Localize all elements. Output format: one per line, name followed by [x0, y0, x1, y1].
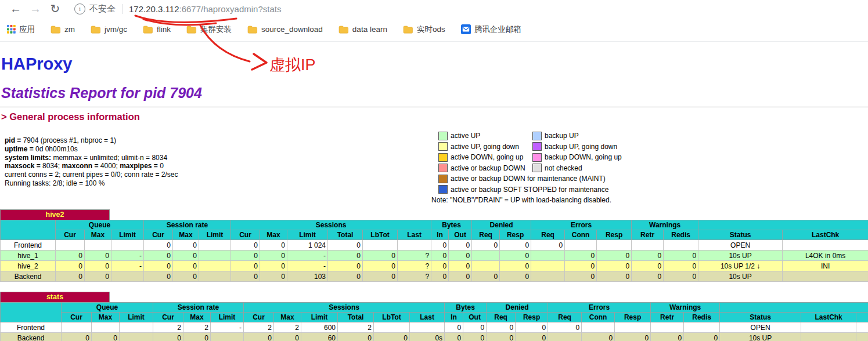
- divider: [0, 107, 868, 107]
- folder-icon: [51, 26, 61, 34]
- table-cell: [211, 333, 244, 341]
- legend-label: active or backup DOWN for maintenance (M…: [451, 175, 606, 183]
- table-cell: [531, 271, 565, 282]
- bookmark-item[interactable]: 应用: [7, 24, 35, 35]
- column-header: Limit: [287, 230, 328, 240]
- table-row-backend: Backend00000010300?0000000010s UP: [1, 271, 868, 282]
- bookmark-label: data learn: [352, 25, 387, 34]
- forward-icon[interactable]: →: [26, 2, 45, 16]
- table-cell: 0: [231, 240, 260, 251]
- table-cell: 0: [651, 333, 684, 341]
- group-header: Errors: [531, 220, 632, 230]
- table-cell: -: [287, 261, 328, 271]
- table-cell: [92, 322, 120, 333]
- bookmark-item[interactable]: jvm/gc: [91, 25, 127, 34]
- legend-row: active or backup SOFT STOPPED for mainte…: [431, 184, 622, 195]
- bookmark-label: flink: [157, 25, 171, 34]
- table-cell: 0: [582, 333, 615, 341]
- stats-table-stats: QueueSession rateSessionsBytesDeniedErro…: [0, 302, 868, 341]
- table-cell: [548, 333, 582, 341]
- table-cell: [199, 271, 231, 282]
- table-cell: 0: [548, 322, 582, 333]
- section-title: > General process information: [1, 111, 868, 122]
- table-cell: 0: [56, 261, 85, 271]
- row-name: Frontend: [1, 322, 62, 333]
- table-cell: [111, 271, 144, 282]
- table-cell: [374, 322, 410, 333]
- url-path: :6677/haproxyadmin?stats: [179, 4, 281, 14]
- back-icon[interactable]: ←: [6, 2, 26, 16]
- bookmark-item[interactable]: source_download: [247, 25, 323, 34]
- table-cell: 103: [287, 271, 328, 282]
- table-cell: 0: [183, 333, 211, 341]
- refresh-icon[interactable]: ↻: [45, 2, 65, 16]
- bookmark-item[interactable]: flink: [143, 25, 171, 34]
- column-header: Cur: [62, 313, 92, 322]
- process-info-line: Running tasks: 2/8; idle = 100 %: [5, 179, 431, 188]
- table-cell: 0: [615, 333, 651, 341]
- column-header: Total: [328, 230, 363, 240]
- proxy-section-hive2: hive2QueueSession rateSessionsBytesDenie…: [0, 209, 868, 282]
- legend-row: active UP, going downbackup UP, going do…: [431, 142, 622, 153]
- column-header: Max: [260, 230, 287, 240]
- table-cell: [531, 251, 565, 261]
- bookmark-item[interactable]: 腾讯企业邮箱: [461, 24, 521, 35]
- table-cell: 0: [231, 271, 260, 282]
- status-legend: active UPbackup UPactive UP, going downb…: [431, 130, 622, 204]
- column-header: Limit: [111, 230, 144, 240]
- column-header: Limit: [199, 230, 231, 240]
- column-header: Out: [449, 230, 472, 240]
- legend-label: not checked: [545, 164, 582, 172]
- bookmark-item[interactable]: 实时ods: [403, 24, 445, 35]
- table-cell: 0: [328, 261, 363, 271]
- url-host: 172.20.3.112: [129, 4, 179, 14]
- bookmark-label: zm: [64, 25, 75, 34]
- table-cell: 10s UP 1/2 ↓: [698, 261, 783, 271]
- table-cell: [120, 333, 153, 341]
- table-cell: [684, 322, 720, 333]
- table-cell: [632, 240, 664, 251]
- table-cell: 0: [500, 251, 531, 261]
- process-info-line: pid = 7904 (process #1, nbproc = 1): [5, 136, 431, 145]
- table-cell: 0: [449, 251, 472, 261]
- table-cell: [120, 322, 153, 333]
- bookmark-item[interactable]: 集群安装: [186, 24, 232, 35]
- table-cell: 0: [597, 261, 632, 271]
- table-cell: 0: [363, 271, 398, 282]
- table-cell: 2: [244, 322, 274, 333]
- table-cell: 2: [153, 322, 183, 333]
- table-cell: [85, 240, 111, 251]
- table-row-hive_2: hive_200-0000-00?000000010s UP 1/2 ↓INI: [1, 261, 868, 271]
- table-cell: 0: [374, 333, 410, 341]
- bookmark-label: 集群安装: [200, 24, 232, 35]
- proxy-title: stats: [0, 292, 110, 302]
- table-cell: 0: [56, 271, 85, 282]
- table-cell: 10s UP: [720, 333, 801, 341]
- column-header: Req: [472, 230, 500, 240]
- bookmark-item[interactable]: zm: [51, 25, 75, 34]
- table-cell: 10s UP: [698, 251, 783, 261]
- bookmark-item[interactable]: data learn: [338, 25, 387, 34]
- stats-table-hive2: QueueSession rateSessionsBytesDeniedErro…: [0, 220, 868, 282]
- url-divider: [122, 4, 123, 14]
- group-header: Session rate: [153, 303, 244, 313]
- legend-swatch: [532, 164, 542, 172]
- info-icon[interactable]: i: [74, 3, 85, 14]
- folder-icon: [247, 26, 258, 34]
- table-cell: -: [111, 261, 144, 271]
- legend-label: active or backup DOWN: [451, 164, 532, 172]
- table-cell: 0: [328, 251, 363, 261]
- table-cell: 0: [472, 271, 500, 282]
- table-cell: 0: [449, 271, 472, 282]
- legend-swatch: [532, 142, 542, 151]
- table-cell: 0: [144, 261, 173, 271]
- table-cell: 0: [328, 271, 363, 282]
- process-info-line: system limits: memmax = unlimited; ulimi…: [5, 154, 431, 162]
- table-cell: ?: [398, 261, 431, 271]
- address-bar[interactable]: i 不安全 172.20.3.112:6677/haproxyadmin?sta…: [74, 3, 281, 14]
- table-cell: 0: [363, 251, 398, 261]
- table-cell: [363, 240, 398, 251]
- table-cell: [199, 251, 231, 261]
- legend-grid: active UPbackup UPactive UP, going downb…: [431, 130, 622, 195]
- table-cell: [801, 322, 856, 333]
